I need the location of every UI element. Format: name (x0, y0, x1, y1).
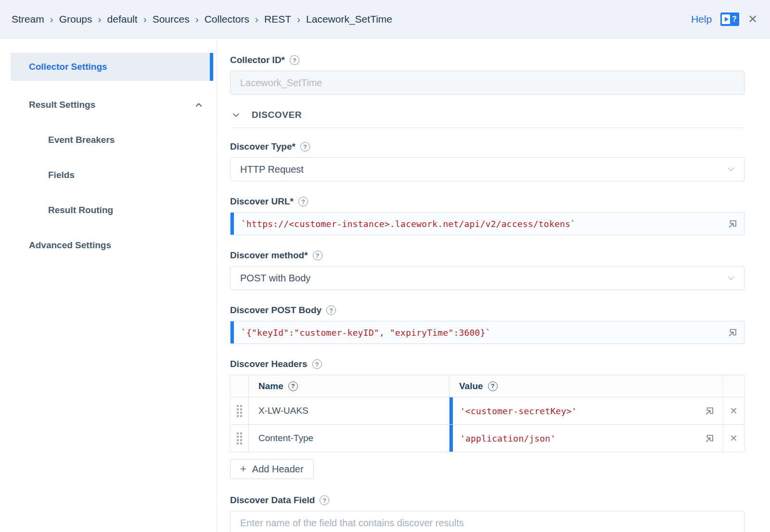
discover-method-label: Discover method* (230, 250, 308, 261)
sidebar-item-label: Collector Settings (29, 62, 107, 72)
discover-data-field: Discover Data Field ? (230, 495, 744, 532)
discover-method-value: POST with Body (240, 273, 310, 284)
remove-row-icon[interactable]: ✕ (723, 405, 744, 417)
name-column-header: Name ? (249, 375, 449, 397)
breadcrumb-separator-icon: › (98, 13, 102, 25)
interactive-docs-icon[interactable]: ? (720, 13, 739, 26)
breadcrumb-item-rest[interactable]: REST (264, 13, 291, 25)
discover-method-field: Discover method* ? POST with Body (230, 250, 744, 290)
help-icon[interactable]: ? (290, 55, 299, 65)
help-link[interactable]: Help (691, 13, 712, 25)
help-icon[interactable]: ? (298, 197, 308, 206)
remove-row-icon[interactable]: ✕ (723, 432, 744, 444)
help-icon[interactable]: ? (326, 305, 336, 315)
chevron-down-icon[interactable] (231, 110, 241, 120)
value-column-header: Value ? (449, 375, 723, 397)
remove-cell: ✕ (723, 425, 744, 452)
remove-column-header (723, 375, 744, 397)
header-name-cell[interactable]: Content-Type (249, 425, 449, 452)
breadcrumb: Stream › Groups › default › Sources › Co… (12, 13, 392, 25)
expand-editor-icon[interactable] (728, 218, 738, 229)
code-accent-bar (231, 213, 234, 235)
chevron-up-icon[interactable] (194, 100, 204, 110)
topbar-actions: Help ? ✕ (691, 13, 757, 26)
discover-section-header[interactable]: DISCOVER (231, 110, 744, 128)
value-column-label: Value (459, 381, 483, 392)
add-header-label: Add Header (252, 464, 304, 475)
discover-url-input[interactable]: `https://<customer-instance>.lacework.ne… (230, 212, 744, 235)
sidebar-item-label: Fields (48, 170, 75, 180)
help-icon[interactable]: ? (488, 381, 498, 391)
breadcrumb-separator-icon: › (143, 13, 147, 25)
chevron-down-icon (726, 164, 736, 175)
drag-cell (231, 425, 249, 452)
header-value-cell[interactable]: '<customer-secretKey>' (449, 397, 723, 425)
breadcrumb-item-sources[interactable]: Sources (153, 13, 190, 25)
sidebar-item-collector-settings[interactable]: Collector Settings (11, 53, 213, 81)
settings-sidebar: Collector Settings Result Settings Event… (0, 38, 217, 532)
breadcrumb-item-groups[interactable]: Groups (59, 13, 92, 25)
drag-column-header (231, 375, 249, 397)
discover-section-title: DISCOVER (252, 110, 302, 120)
discover-url-field: Discover URL* ? `https://<customer-insta… (230, 196, 744, 235)
breadcrumb-separator-icon: › (195, 13, 199, 25)
help-icon[interactable]: ? (312, 359, 322, 369)
code-accent-bar (449, 425, 453, 452)
sidebar-item-label: Event Breakers (48, 135, 115, 145)
sidebar-item-label: Advanced Settings (29, 240, 111, 251)
drag-handle-icon[interactable] (237, 432, 242, 444)
breadcrumb-item-collectors[interactable]: Collectors (205, 13, 249, 25)
header-value-code: 'application/json' (460, 433, 556, 443)
drag-handle-icon[interactable] (237, 405, 242, 417)
close-icon[interactable]: ✕ (748, 13, 757, 25)
page-body: Collector Settings Result Settings Event… (0, 38, 770, 532)
breadcrumb-item-current: Lacework_SetTime (306, 13, 392, 25)
discover-type-field: Discover Type* ? HTTP Request (230, 141, 744, 181)
collector-id-input (230, 71, 744, 95)
help-icon[interactable]: ? (288, 381, 298, 391)
header-name-cell[interactable]: X-LW-UAKS (249, 397, 449, 425)
code-accent-bar (231, 321, 234, 343)
discover-method-select[interactable]: POST with Body (230, 266, 744, 290)
drag-cell (231, 397, 249, 425)
plus-icon: + (240, 464, 246, 474)
sidebar-item-result-settings[interactable]: Result Settings (11, 92, 213, 117)
help-icon[interactable]: ? (313, 251, 322, 260)
sidebar-item-label: Result Routing (48, 205, 113, 215)
discover-type-label: Discover Type* (230, 141, 295, 152)
discover-headers-field: Discover Headers ? Name ? (230, 359, 744, 479)
sidebar-item-result-routing[interactable]: Result Routing (11, 198, 213, 223)
breadcrumb-item-stream[interactable]: Stream (12, 13, 44, 25)
breadcrumb-separator-icon: › (255, 13, 258, 25)
sidebar-item-label: Result Settings (29, 100, 95, 110)
topbar: Stream › Groups › default › Sources › Co… (0, 0, 770, 38)
help-icon[interactable]: ? (320, 495, 329, 505)
discover-post-body-label: Discover POST Body (230, 305, 321, 316)
sidebar-item-advanced-settings[interactable]: Advanced Settings (11, 233, 213, 258)
help-icon[interactable]: ? (300, 142, 310, 152)
discover-post-body-field: Discover POST Body ? `{"keyId":"customer… (230, 305, 744, 344)
code-accent-bar (449, 397, 453, 424)
table-row: X-LW-UAKS '<customer-secretKey>' (231, 397, 744, 425)
discover-headers-table: Name ? Value ? (230, 375, 744, 452)
collector-id-field: Collector ID* ? (230, 55, 744, 95)
expand-editor-icon[interactable] (705, 405, 715, 416)
header-value-code: '<customer-secretKey>' (460, 406, 577, 416)
table-header-row: Name ? Value ? (231, 375, 744, 397)
breadcrumb-item-default[interactable]: default (107, 13, 138, 25)
play-icon (722, 14, 730, 24)
expand-editor-icon[interactable] (705, 433, 715, 443)
sidebar-item-fields[interactable]: Fields (11, 163, 213, 188)
discover-headers-label: Discover Headers (230, 359, 308, 369)
discover-post-body-input[interactable]: `{"keyId":"customer-keyID", "expiryTime"… (230, 321, 744, 344)
collector-id-label: Collector ID* (230, 55, 285, 65)
header-value-cell[interactable]: 'application/json' (449, 425, 723, 452)
add-header-button[interactable]: + Add Header (230, 459, 314, 479)
chevron-down-icon (726, 273, 736, 283)
sidebar-item-event-breakers[interactable]: Event Breakers (11, 127, 213, 152)
expand-editor-icon[interactable] (728, 327, 738, 338)
discover-type-select[interactable]: HTTP Request (230, 157, 744, 181)
discover-data-field-input[interactable] (230, 511, 744, 532)
question-mark-icon: ? (732, 15, 737, 24)
name-column-label: Name (258, 381, 283, 392)
